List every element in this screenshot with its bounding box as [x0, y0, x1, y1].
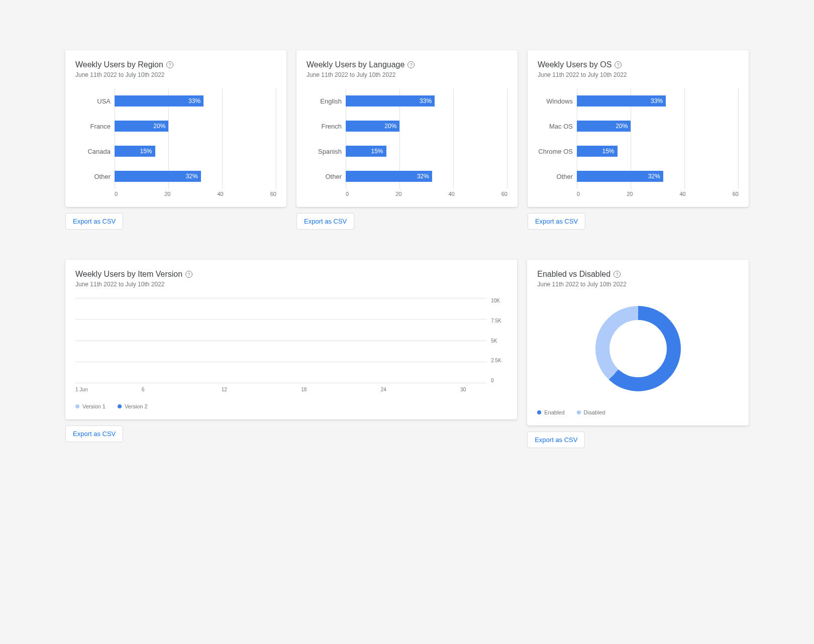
x-tick-label [208, 387, 221, 392]
hbar: 33% [346, 95, 435, 106]
hbar-category-label: Windows [538, 97, 573, 105]
legend-label: Version 1 [82, 403, 106, 409]
x-tick-label [474, 387, 487, 392]
card-language: Weekly Users by Language ? June 11th 202… [296, 50, 518, 207]
card-enabled: Enabled vs Disabled ? June 11th 2022 to … [527, 260, 749, 425]
x-tick-label: 30 [460, 387, 473, 392]
title-text: Enabled vs Disabled [537, 270, 610, 279]
hbar: 20% [577, 121, 631, 132]
title-text: Weekly Users by OS [538, 60, 612, 69]
hbar-category-label: France [75, 123, 111, 130]
x-tick-label [288, 387, 301, 392]
card-subtitle: June 11th 2022 to July 10th 2022 [307, 71, 507, 78]
y-tick-label: 7.5K [491, 318, 501, 324]
export-csv-button[interactable]: Export as CSV [527, 432, 585, 448]
donut-ring [595, 306, 681, 391]
hbar-category-label: English [307, 97, 342, 105]
hbar: 20% [346, 121, 399, 132]
x-tick-label [168, 387, 181, 392]
donut-chart [537, 298, 739, 395]
x-tick-label: 40 [448, 191, 454, 197]
y-tick-label: 2.5K [491, 358, 501, 363]
x-tick-label: 18 [301, 387, 314, 392]
x-tick-label: 20 [627, 191, 633, 197]
legend-label: Disabled [584, 409, 605, 415]
export-csv-button[interactable]: Export as CSV [65, 213, 123, 230]
row-top: Weekly Users by Region ? June 11th 2022 … [65, 50, 749, 230]
x-tick-label: 0 [577, 191, 580, 197]
x-tick-label [408, 387, 421, 392]
legend-item-enabled: Enabled [537, 409, 564, 415]
x-tick-label [102, 387, 115, 392]
stacked-bar-chart: 10K7.5K5K2.5K0 1 Jun612182430 [75, 298, 507, 383]
card-subtitle: June 11th 2022 to July 10th 2022 [75, 71, 276, 78]
card-subtitle: June 11th 2022 to July 10th 2022 [537, 281, 739, 288]
hbar-category-label: USA [75, 97, 111, 105]
hbar: 33% [115, 95, 204, 106]
hbar: 20% [115, 121, 168, 132]
x-tick-label: 60 [270, 191, 276, 197]
x-tick-label [115, 387, 128, 392]
hbar-category-label: Other [75, 173, 111, 180]
hbar-category-label: Spanish [307, 148, 342, 155]
hbar-category-label: French [307, 123, 342, 130]
help-icon[interactable]: ? [166, 61, 173, 68]
card-subtitle: June 11th 2022 to July 10th 2022 [538, 71, 739, 78]
card-title-version: Weekly Users by Item Version ? [75, 270, 507, 279]
x-tick-label [315, 387, 328, 392]
card-title-region: Weekly Users by Region ? [75, 60, 276, 69]
help-icon[interactable]: ? [408, 61, 415, 68]
legend-dot-icon [577, 410, 581, 414]
legend-enabled: Enabled Disabled [537, 409, 739, 415]
x-tick-label: 60 [733, 191, 739, 197]
legend-label: Enabled [544, 409, 564, 415]
x-tick-label [341, 387, 354, 392]
y-tick-label: 0 [491, 378, 494, 383]
x-tick-label [394, 387, 407, 392]
x-tick-label: 0 [346, 191, 349, 197]
help-icon[interactable]: ? [185, 271, 192, 278]
col-version: Weekly Users by Item Version ? June 11th… [65, 260, 517, 448]
hbar-chart-language: EnglishFrenchSpanishOther 33%20%15%32% [307, 88, 507, 189]
legend-version: Version 1 Version 2 [75, 403, 507, 409]
legend-item-v2: Version 2 [118, 403, 148, 409]
export-csv-button[interactable]: Export as CSV [65, 425, 123, 442]
help-icon[interactable]: ? [615, 61, 622, 68]
x-tick-label [155, 387, 168, 392]
col-enabled: Enabled vs Disabled ? June 11th 2022 to … [527, 260, 749, 448]
hbar: 32% [346, 171, 432, 182]
x-tick-label [367, 387, 380, 392]
hbar-category-label: Chrome OS [538, 148, 573, 155]
x-tick-label [261, 387, 274, 392]
x-tick-label [181, 387, 194, 392]
hbar: 32% [577, 171, 663, 182]
x-tick-label [88, 387, 101, 392]
x-tick-label: 0 [115, 191, 118, 197]
x-tick-label: 24 [381, 387, 394, 392]
legend-item-disabled: Disabled [577, 409, 605, 415]
hbar-category-label: Canada [75, 148, 111, 155]
x-tick-label [328, 387, 341, 392]
export-csv-button[interactable]: Export as CSV [528, 213, 585, 230]
x-tick-label [434, 387, 447, 392]
y-tick-label: 5K [491, 338, 497, 344]
hbar: 33% [577, 95, 666, 106]
col-os: Weekly Users by OS ? June 11th 2022 to J… [528, 50, 749, 230]
title-text: Weekly Users by Language [307, 60, 404, 69]
hbar: 15% [577, 146, 618, 157]
export-csv-button[interactable]: Export as CSV [296, 213, 354, 230]
hbar-chart-region: USAFranceCanadaOther 33%20%15%32% [75, 88, 276, 189]
card-os: Weekly Users by OS ? June 11th 2022 to J… [528, 50, 749, 207]
card-region: Weekly Users by Region ? June 11th 2022 … [65, 50, 286, 207]
legend-dot-icon [537, 410, 541, 414]
title-text: Weekly Users by Region [75, 60, 163, 69]
card-title-enabled: Enabled vs Disabled ? [537, 270, 739, 279]
x-tick-label [354, 387, 367, 392]
help-icon[interactable]: ? [614, 271, 621, 278]
x-tick-label [248, 387, 261, 392]
card-title-os: Weekly Users by OS ? [538, 60, 739, 69]
x-tick-label: 6 [142, 387, 155, 392]
legend-dot-icon [75, 404, 79, 408]
x-tick-label: 20 [395, 191, 401, 197]
x-tick-label: 60 [501, 191, 507, 197]
